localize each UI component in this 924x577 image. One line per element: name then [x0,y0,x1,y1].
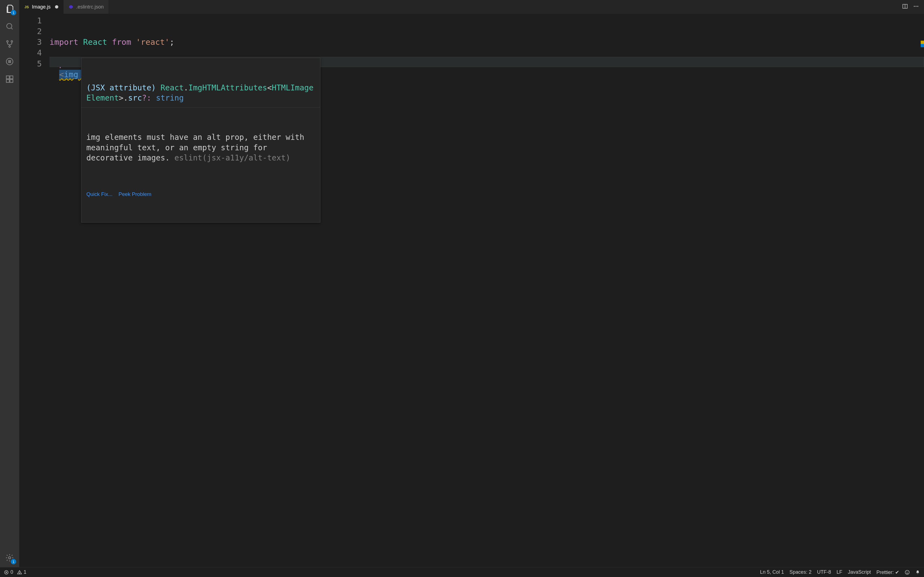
split-editor-icon[interactable] [902,3,908,10]
editor[interactable]: 1 2 3 4 5 import React from 'react'; exp… [19,14,924,567]
status-bell-icon[interactable] [915,570,920,575]
svg-point-1 [6,41,8,42]
svg-rect-9 [10,79,13,82]
code-line-1: import React from 'react'; [50,37,174,47]
svg-point-0 [6,23,12,29]
error-icon [4,570,9,575]
hover-signature: (JSX attribute) React.ImgHTMLAttributes<… [81,79,320,108]
tab-image-js[interactable]: JS Image.js [19,0,63,14]
status-spaces[interactable]: Spaces: 2 [790,569,811,575]
tab-eslintrc[interactable]: .eslintrc.json [63,0,109,14]
svg-rect-7 [10,76,13,79]
svg-point-17 [19,573,20,574]
status-cursor[interactable]: Ln 5, Col 1 [760,569,784,575]
settings-icon[interactable]: 1 [5,553,15,563]
status-problems[interactable]: 0 1 [4,569,26,575]
bell-icon [915,570,920,575]
more-actions-icon[interactable] [913,3,919,10]
status-bar: 0 1 Ln 5, Col 1 Spaces: 2 UTF-8 LF JavaS… [0,567,924,577]
peek-problem-link[interactable]: Peek Problem [118,191,151,198]
unsaved-dot-icon [55,5,58,8]
tab-bar: JS Image.js .eslintrc.json [19,0,924,14]
quick-fix-link[interactable]: Quick Fix... [86,191,113,198]
explorer-icon[interactable]: 1 [5,4,15,14]
svg-point-3 [9,46,10,47]
svg-rect-6 [6,76,9,79]
code-area[interactable]: import React from 'react'; export const … [50,14,924,567]
debug-icon[interactable] [5,56,15,66]
smiley-icon [905,570,910,575]
overview-ruler[interactable] [919,14,924,567]
hover-actions: Quick Fix... Peek Problem [81,188,320,201]
line-gutter: 1 2 3 4 5 [19,14,50,567]
code-line-5 [50,81,54,90]
explorer-badge: 1 [11,10,16,15]
svg-point-20 [908,572,908,572]
extensions-icon[interactable] [5,74,15,84]
status-encoding[interactable]: UTF-8 [817,569,831,575]
activity-bar: 1 [0,0,19,567]
eslint-file-icon [68,5,73,9]
status-feedback-icon[interactable] [905,570,910,575]
svg-point-10 [8,557,11,559]
ruler-info-mark[interactable] [921,44,924,47]
tab-label: Image.js [32,4,51,10]
code-line-2 [50,48,54,57]
svg-point-19 [906,572,907,572]
search-icon[interactable] [5,21,15,31]
tab-label: .eslintrc.json [76,4,104,10]
js-file-icon: JS [24,5,29,9]
svg-marker-11 [69,5,73,9]
svg-rect-8 [6,79,9,82]
svg-point-15 [918,6,919,7]
svg-point-14 [916,6,917,7]
source-control-icon[interactable] [5,39,15,49]
hover-tooltip: (JSX attribute) React.ImgHTMLAttributes<… [81,58,320,222]
settings-badge: 1 [11,559,16,564]
ruler-warning-mark[interactable] [921,41,924,44]
warning-icon [17,570,22,575]
svg-point-13 [914,6,915,7]
hover-message: img elements must have an alt prop, eith… [81,128,320,167]
status-language[interactable]: JavaScript [848,569,871,575]
status-eol[interactable]: LF [837,569,842,575]
status-prettier[interactable]: Prettier: ✔ [876,569,899,575]
svg-point-18 [905,570,909,574]
svg-point-2 [11,41,13,42]
editor-actions [897,0,924,14]
